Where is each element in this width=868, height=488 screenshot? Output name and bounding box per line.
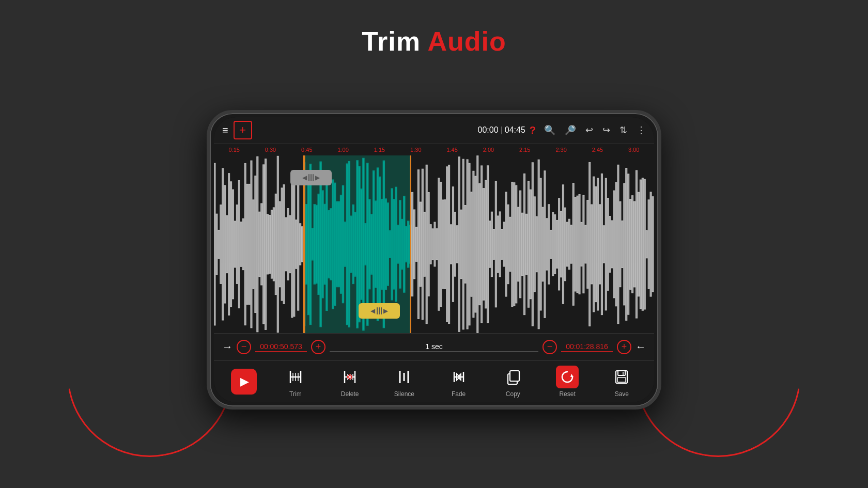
svg-rect-28 xyxy=(361,189,362,299)
svg-rect-161 xyxy=(542,207,544,281)
svg-rect-39 xyxy=(383,161,384,327)
svg-rect-71 xyxy=(251,161,252,327)
svg-rect-5 xyxy=(314,204,315,284)
svg-rect-45 xyxy=(395,187,397,301)
svg-rect-133 xyxy=(485,180,487,308)
sort-icon[interactable]: ⇅ xyxy=(619,124,627,136)
svg-rect-209 xyxy=(640,180,641,308)
end-minus-button[interactable]: − xyxy=(542,340,557,354)
svg-rect-244 xyxy=(510,371,519,381)
svg-rect-188 xyxy=(597,178,599,310)
svg-rect-155 xyxy=(530,190,531,298)
svg-rect-60 xyxy=(228,174,230,315)
svg-rect-102 xyxy=(422,169,423,319)
svg-rect-126 xyxy=(471,192,472,296)
svg-rect-177 xyxy=(575,197,576,291)
svg-rect-117 xyxy=(453,187,454,302)
zoom-in-icon[interactable]: 🔍 xyxy=(544,124,555,136)
svg-rect-36 xyxy=(377,168,379,320)
svg-rect-146 xyxy=(512,182,513,306)
silence-tool-button[interactable]: Silence xyxy=(389,366,420,398)
delete-tool-button[interactable]: Delete xyxy=(334,366,365,398)
trim-handle-bottom[interactable]: ◀ ▶ xyxy=(359,303,400,319)
svg-rect-92 xyxy=(293,172,295,316)
svg-rect-41 xyxy=(387,203,389,285)
title-highlight: Audio xyxy=(428,26,506,56)
svg-rect-159 xyxy=(538,160,539,328)
waveform-area[interactable]: // Generated via JS below xyxy=(214,155,654,333)
redo-icon[interactable]: ↪ xyxy=(602,124,610,136)
svg-rect-6 xyxy=(316,205,317,282)
svg-rect-129 xyxy=(477,156,478,333)
fade-icon xyxy=(447,366,470,388)
reset-icon xyxy=(556,366,579,388)
start-plus-button[interactable]: + xyxy=(311,340,326,354)
waveform-container[interactable]: 0:15 0:30 0:45 1:00 1:15 1:30 1:45 2:00 … xyxy=(214,144,654,333)
svg-rect-185 xyxy=(591,204,593,284)
svg-rect-51 xyxy=(408,221,409,267)
svg-rect-172 xyxy=(564,208,566,280)
svg-rect-9 xyxy=(322,191,323,297)
end-plus-button[interactable]: + xyxy=(617,340,631,354)
handle-bottom-left-arrow: ◀ xyxy=(370,307,375,314)
svg-rect-200 xyxy=(622,221,623,267)
time-total: 04:45 xyxy=(505,125,525,135)
svg-rect-79 xyxy=(267,214,269,274)
zoom-out-icon[interactable]: 🔍 xyxy=(565,124,576,136)
svg-rect-69 xyxy=(246,184,248,304)
svg-rect-77 xyxy=(263,165,265,323)
svg-rect-206 xyxy=(634,201,636,287)
svg-rect-195 xyxy=(611,221,613,267)
svg-rect-193 xyxy=(607,198,609,290)
svg-rect-176 xyxy=(572,183,574,305)
save-icon xyxy=(610,366,633,388)
trim-tool-button[interactable]: Trim xyxy=(280,366,311,398)
start-time-field[interactable]: 00:00:50.573 xyxy=(255,342,307,352)
svg-rect-130 xyxy=(479,183,481,304)
svg-rect-115 xyxy=(448,165,450,323)
trim-handle-top[interactable]: ◀ ▶ xyxy=(290,170,332,185)
svg-rect-44 xyxy=(393,199,395,289)
svg-rect-83 xyxy=(275,194,276,294)
svg-rect-76 xyxy=(261,203,262,285)
svg-rect-210 xyxy=(642,178,643,310)
svg-rect-11 xyxy=(326,178,328,310)
svg-rect-101 xyxy=(420,202,421,286)
help-button[interactable]: ? xyxy=(530,124,536,136)
svg-rect-174 xyxy=(568,219,570,269)
more-icon[interactable]: ⋮ xyxy=(637,124,646,136)
svg-rect-184 xyxy=(589,162,591,325)
svg-rect-74 xyxy=(257,156,258,332)
add-button[interactable]: + xyxy=(234,121,252,139)
svg-rect-208 xyxy=(638,192,639,296)
mark-7: 2:00 xyxy=(483,147,494,153)
svg-rect-63 xyxy=(234,221,236,267)
reset-tool-button[interactable]: Reset xyxy=(552,366,583,398)
end-time-field[interactable]: 00:01:28.816 xyxy=(561,342,613,352)
save-tool-button[interactable]: Save xyxy=(606,366,637,398)
svg-rect-26 xyxy=(357,161,358,327)
svg-rect-55 xyxy=(218,230,220,258)
undo-icon[interactable]: ↩ xyxy=(585,124,593,136)
svg-rect-189 xyxy=(599,204,601,284)
svg-rect-96 xyxy=(302,227,303,262)
start-minus-button[interactable]: − xyxy=(237,340,251,354)
svg-rect-68 xyxy=(244,163,246,324)
svg-rect-20 xyxy=(344,222,346,266)
fade-tool-button[interactable]: Fade xyxy=(443,366,474,398)
mark-9: 2:30 xyxy=(555,147,566,153)
menu-icon[interactable]: ≡ xyxy=(222,124,228,136)
copy-label: Copy xyxy=(506,390,520,398)
svg-rect-118 xyxy=(454,212,456,276)
svg-rect-40 xyxy=(385,199,386,289)
play-button[interactable]: ▶ xyxy=(231,369,257,395)
start-arrow-icon[interactable]: → xyxy=(222,341,233,353)
mark-1: 0:30 xyxy=(265,147,276,153)
end-arrow-icon[interactable]: ← xyxy=(636,341,646,353)
mark-3: 1:00 xyxy=(337,147,348,153)
svg-rect-67 xyxy=(242,218,244,269)
silence-icon xyxy=(393,366,415,388)
svg-rect-46 xyxy=(397,225,399,263)
svg-rect-43 xyxy=(391,188,393,300)
copy-tool-button[interactable]: Copy xyxy=(498,366,529,398)
